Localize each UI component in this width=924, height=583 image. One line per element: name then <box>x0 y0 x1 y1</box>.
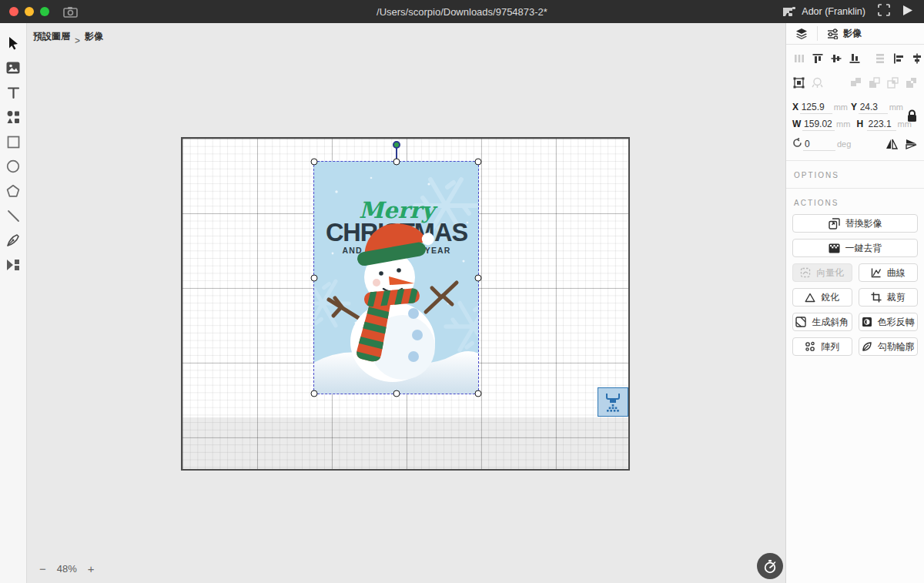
minimize-window-button[interactable] <box>25 7 34 16</box>
w-unit: mm <box>836 119 853 129</box>
invert-color-button[interactable]: 色彩反轉 <box>859 313 919 331</box>
invert-color-label: 色彩反轉 <box>878 316 915 329</box>
align-center-icon[interactable] <box>910 52 923 65</box>
breadcrumb-current: 影像 <box>85 30 103 51</box>
actions-header: ACTIONS <box>786 193 924 211</box>
flip-horizontal-icon[interactable] <box>886 139 898 149</box>
tool-cursor[interactable] <box>2 31 25 55</box>
tool-polygon[interactable] <box>2 179 25 203</box>
array-icon <box>805 341 815 352</box>
x-label: X <box>792 102 800 112</box>
array-button[interactable]: 陣列 <box>792 337 852 356</box>
tool-line[interactable] <box>2 203 25 228</box>
line-icon <box>7 209 20 223</box>
close-window-button[interactable] <box>9 7 18 16</box>
position-section: X mm Y mm W mm H mm deg <box>786 92 924 156</box>
rotate-icon <box>792 138 802 148</box>
options-header: OPTIONS <box>786 166 924 183</box>
sliders-icon <box>827 28 839 39</box>
align-bottom-icon[interactable] <box>848 52 861 65</box>
camera-icon <box>63 6 78 18</box>
resize-handle-w[interactable] <box>311 274 318 281</box>
right-panel: 影像 <box>785 23 924 583</box>
h-input[interactable] <box>867 118 896 131</box>
w-input[interactable] <box>802 118 835 131</box>
tab-object[interactable]: 影像 <box>818 23 871 44</box>
christmas-card-image: Merry CHRISTMAS AND HAPPY NEW YEAR <box>313 161 479 394</box>
time-estimate-button[interactable] <box>757 553 783 579</box>
breadcrumb-layer[interactable]: 預設圖層 <box>33 30 70 51</box>
rectangle-icon <box>7 136 20 149</box>
distribute-columns-icon <box>792 52 805 65</box>
flip-vertical-icon[interactable] <box>906 139 918 149</box>
y-label: Y <box>851 102 859 112</box>
canvas-area[interactable]: 預設圖層 > 影像 <box>27 23 785 583</box>
y-unit: mm <box>889 102 903 112</box>
replace-image-label: 替換影像 <box>845 217 882 230</box>
resize-handle-n[interactable] <box>393 159 400 166</box>
remove-background-button[interactable]: 一鍵去背 <box>792 239 918 257</box>
laser-head-indicator[interactable] <box>598 387 628 417</box>
boolean-exclude-icon <box>905 76 918 89</box>
frame-preview-button[interactable] <box>878 4 890 19</box>
trace-outline-label: 勾勒輪廓 <box>878 340 915 353</box>
zoom-controls: − 48% + <box>39 562 95 575</box>
tool-element[interactable] <box>2 105 25 129</box>
curve-icon <box>871 267 882 278</box>
section-divider <box>786 160 924 161</box>
tab-layers[interactable] <box>786 23 817 44</box>
lock-icon[interactable] <box>906 109 918 122</box>
tool-text[interactable] <box>2 80 25 105</box>
text-icon <box>7 86 20 99</box>
curve-label: 曲線 <box>887 266 906 280</box>
resize-handle-s[interactable] <box>393 390 400 397</box>
tool-ellipse[interactable] <box>2 154 25 179</box>
cursor-icon <box>6 36 20 50</box>
bevel-button[interactable]: 生成斜角 <box>792 313 852 331</box>
tool-rectangle[interactable] <box>2 129 25 154</box>
x-input[interactable] <box>800 101 832 114</box>
start-job-button[interactable] <box>902 5 913 19</box>
device-selector[interactable]: Ador (Franklin) <box>782 6 865 18</box>
polygon-icon <box>6 184 20 198</box>
resize-handle-nw[interactable] <box>311 159 318 166</box>
replace-image-button[interactable]: 替換影像 <box>792 214 918 233</box>
sharpen-button[interactable]: 銳化 <box>792 288 852 307</box>
tab-object-label: 影像 <box>843 27 862 40</box>
remove-background-icon <box>829 243 840 253</box>
x-unit: mm <box>834 102 848 112</box>
selected-image-object[interactable]: Merry CHRISTMAS AND HAPPY NEW YEAR <box>313 161 479 394</box>
trace-outline-button[interactable]: 勾勒輪廓 <box>859 337 919 356</box>
tool-parts[interactable] <box>2 253 25 277</box>
rotate-icon-wrap <box>792 138 803 150</box>
section-divider <box>786 188 924 189</box>
zoom-window-button[interactable] <box>40 7 49 16</box>
vectorize-icon <box>800 267 811 278</box>
vectorize-label: 向量化 <box>816 266 844 280</box>
zoom-out-button[interactable]: − <box>39 562 46 575</box>
align-top-icon[interactable] <box>811 52 824 65</box>
y-input[interactable] <box>859 101 888 114</box>
zoom-level: 48% <box>57 563 77 575</box>
rotation-handle[interactable] <box>393 141 400 149</box>
curve-button[interactable]: 曲線 <box>859 263 919 282</box>
crop-button[interactable]: 裁剪 <box>859 288 919 307</box>
camera-preview-button[interactable] <box>63 6 78 18</box>
resize-handle-e[interactable] <box>475 274 482 281</box>
rotation-input[interactable] <box>803 138 835 151</box>
resize-handle-se[interactable] <box>475 390 482 397</box>
tool-image[interactable] <box>2 55 25 80</box>
align-middle-icon[interactable] <box>829 52 842 65</box>
tool-pen[interactable] <box>2 228 25 253</box>
machine-icon <box>782 6 796 18</box>
application-window: /Users/scorpio/Downloads/9754873-2* Ador… <box>0 0 924 583</box>
resize-handle-ne[interactable] <box>475 159 482 166</box>
resize-handle-sw[interactable] <box>311 390 318 397</box>
invert-color-icon <box>862 317 872 327</box>
zoom-in-button[interactable]: + <box>88 562 95 575</box>
transform-select-icon[interactable] <box>792 76 805 89</box>
sharpen-label: 銳化 <box>821 291 839 304</box>
distribute-rows-icon <box>873 52 886 65</box>
align-left-icon[interactable] <box>892 52 905 65</box>
rotation-unit: deg <box>837 139 859 149</box>
